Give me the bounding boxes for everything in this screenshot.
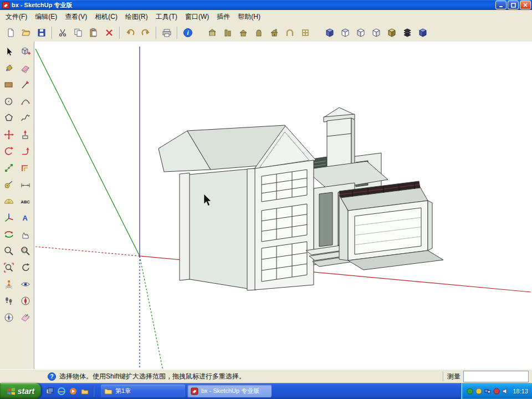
zoom-window-tool[interactable] — [17, 243, 34, 259]
structure-window-button[interactable] — [298, 25, 313, 40]
sketchup-app-icon — [2, 2, 9, 9]
undo-button[interactable] — [122, 25, 138, 40]
close-button[interactable] — [520, 1, 531, 9]
network-tray-icon[interactable] — [484, 387, 491, 395]
menu-plugins[interactable]: 插件 — [213, 11, 234, 23]
quick-launch — [41, 386, 100, 397]
media-player-icon[interactable] — [69, 387, 78, 396]
axes-tool[interactable] — [1, 209, 17, 226]
front-view-button[interactable] — [353, 25, 369, 40]
model-info-button[interactable]: i — [180, 25, 196, 40]
text-tool[interactable]: ABC — [17, 193, 34, 209]
structure-arch-button[interactable] — [282, 25, 298, 40]
menu-bar: 文件(F) 编辑(E) 查看(V) 相机(C) 绘图(R) 工具(T) 窗口(W… — [0, 10, 532, 24]
tape-measure-tool[interactable] — [1, 176, 17, 193]
volume-tray-icon[interactable] — [502, 387, 509, 395]
save-button[interactable] — [34, 25, 49, 40]
right-view-button[interactable] — [369, 25, 384, 40]
select-tool[interactable] — [1, 43, 17, 60]
house-model[interactable] — [158, 108, 443, 290]
move-tool[interactable] — [1, 126, 17, 143]
desktop: bx - SketchUp 专业版 文件(F) 编辑(E) 查看(V) 相机(C… — [0, 0, 532, 399]
system-tray: 18:13 — [461, 383, 532, 399]
start-button[interactable]: start — [0, 383, 41, 399]
top-view-button[interactable] — [337, 25, 353, 40]
menu-camera[interactable]: 相机(C) — [91, 11, 121, 23]
offset-tool[interactable] — [17, 160, 34, 176]
follow-me-tool[interactable] — [17, 143, 34, 160]
orbit-tool[interactable] — [1, 226, 17, 243]
look-around-tool[interactable] — [17, 276, 34, 293]
taskbar-item-sketchup[interactable]: bx - SketchUp 专业版 — [187, 385, 272, 397]
polygon-tool[interactable] — [1, 110, 17, 126]
protractor-tool[interactable] — [1, 193, 17, 209]
show-desktop-icon[interactable] — [45, 387, 54, 396]
folder-shortcut-icon[interactable] — [80, 387, 89, 396]
menu-draw[interactable]: 绘图(R) — [121, 11, 152, 23]
chat-tray-icon[interactable] — [475, 387, 482, 395]
security-tray-icon[interactable] — [466, 387, 473, 395]
svg-text:?: ? — [50, 374, 53, 380]
structure-towers-button[interactable] — [220, 25, 236, 40]
dimension-tool[interactable] — [17, 176, 34, 193]
circle-tool[interactable] — [1, 93, 17, 110]
freehand-tool[interactable] — [17, 110, 34, 126]
menu-file[interactable]: 文件(F) — [2, 11, 31, 23]
iso-view-button[interactable] — [322, 25, 337, 40]
erase-button[interactable] — [101, 25, 117, 40]
toolbar-separator — [52, 27, 53, 39]
measurement-input[interactable] — [463, 371, 529, 382]
menu-view[interactable]: 查看(V) — [61, 11, 91, 23]
print-button[interactable] — [159, 25, 175, 40]
section-plane-tool[interactable] — [17, 309, 34, 326]
start-label: start — [18, 387, 34, 396]
make-component-tool[interactable] — [17, 43, 34, 60]
scale-tool[interactable] — [1, 160, 17, 176]
arc-tool[interactable] — [17, 93, 34, 110]
measure-label: 测量 — [447, 372, 461, 381]
layers-stack-button[interactable] — [400, 25, 415, 40]
update-tray-icon[interactable] — [493, 387, 500, 395]
toolbar-separator — [156, 27, 157, 39]
walk-tool[interactable] — [1, 293, 17, 309]
copy-button[interactable] — [70, 25, 86, 40]
paste-button[interactable] — [86, 25, 101, 40]
menu-tools[interactable]: 工具(T) — [152, 11, 181, 23]
structure-bank-button[interactable] — [204, 25, 220, 40]
open-button[interactable] — [18, 25, 34, 40]
large-tool-set: ABC A — [0, 42, 34, 370]
status-bar: ? 选择物体。使用Shift键扩大选择范围，拖拽鼠标进行多重选择。 测量 — [0, 369, 532, 383]
styles-cube-button[interactable] — [415, 25, 431, 40]
paint-bucket-tool[interactable] — [1, 60, 17, 76]
cut-button[interactable] — [55, 25, 70, 40]
tan-cube-button[interactable] — [384, 25, 400, 40]
menu-help[interactable]: 帮助(H) — [234, 11, 264, 23]
taskbar-item-folder[interactable]: 第1章 — [101, 385, 185, 397]
zoom-extents-tool[interactable] — [1, 259, 17, 276]
eraser-tool[interactable] — [17, 60, 34, 76]
standard-toolbar: i — [0, 23, 532, 42]
new-button[interactable] — [3, 25, 18, 40]
rectangle-tool[interactable] — [1, 76, 17, 93]
rotate-tool[interactable] — [1, 143, 17, 160]
compass-rose-tool[interactable] — [1, 309, 17, 326]
zoom-tool[interactable] — [1, 243, 17, 259]
menu-edit[interactable]: 编辑(E) — [31, 11, 61, 23]
structure-house-chimney-button[interactable] — [267, 25, 282, 40]
position-camera-tool[interactable] — [1, 276, 17, 293]
north-arrow-tool[interactable] — [17, 293, 34, 309]
push-pull-tool[interactable] — [17, 126, 34, 143]
structure-door-button[interactable] — [251, 25, 267, 40]
redo-button[interactable] — [138, 25, 154, 40]
ie-icon[interactable] — [57, 387, 66, 396]
line-tool[interactable] — [17, 76, 34, 93]
model-canvas[interactable] — [34, 42, 532, 370]
structure-house-button[interactable] — [236, 25, 251, 40]
maximize-button[interactable] — [508, 1, 519, 9]
previous-view-tool[interactable] — [17, 259, 34, 276]
model-viewport[interactable] — [34, 42, 532, 370]
minimize-button[interactable] — [495, 1, 507, 9]
3d-text-tool[interactable]: A — [17, 209, 34, 226]
pan-tool[interactable] — [17, 226, 34, 243]
menu-window[interactable]: 窗口(W) — [181, 11, 213, 23]
